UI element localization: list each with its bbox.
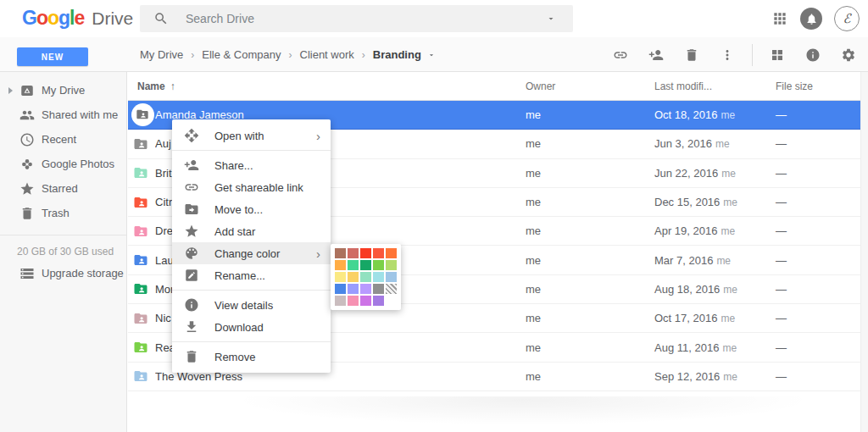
more-actions-button[interactable] — [720, 47, 735, 63]
color-swatch[interactable] — [360, 272, 371, 282]
color-swatch-none[interactable] — [386, 284, 397, 294]
color-swatch[interactable] — [335, 296, 346, 306]
color-swatch[interactable] — [348, 284, 359, 294]
color-swatch[interactable] — [373, 248, 384, 258]
color-swatch[interactable] — [335, 260, 346, 270]
file-owner: me — [526, 167, 654, 180]
view-details-button[interactable] — [805, 47, 821, 63]
google-drive-logo[interactable]: Google Drive — [22, 7, 133, 30]
breadcrumb-item-elle-company[interactable]: Elle & Company — [202, 48, 281, 61]
menu-item-rename[interactable]: Rename... — [172, 264, 331, 286]
notifications-button[interactable] — [800, 8, 822, 30]
scrollbar[interactable] — [860, 72, 868, 432]
breadcrumb-item-my-drive[interactable]: My Drive — [140, 48, 183, 61]
file-modified-by: me — [716, 255, 731, 267]
file-icon-cell — [133, 165, 155, 180]
sidebar-item-starred[interactable]: Starred — [0, 176, 126, 201]
color-swatch[interactable] — [373, 260, 384, 270]
grid-view-button[interactable] — [770, 47, 785, 63]
file-modified-by: me — [721, 225, 735, 237]
star-icon — [184, 224, 199, 239]
expand-arrow-icon[interactable] — [8, 87, 13, 94]
color-swatch[interactable] — [386, 272, 397, 282]
color-swatch[interactable] — [335, 248, 346, 258]
folder-move-icon — [184, 202, 199, 217]
file-owner: me — [526, 283, 654, 296]
sidebar-item-shared-with-me[interactable]: Shared with me — [0, 102, 126, 127]
column-header-name[interactable]: Name ↑ — [137, 80, 526, 92]
search-icon — [153, 11, 169, 26]
apps-grid-button[interactable] — [771, 10, 788, 27]
folder-shared-icon — [133, 252, 148, 268]
file-modified-by: me — [715, 138, 730, 150]
sidebar-item-upgrade-storage[interactable]: Upgrade storage — [0, 261, 126, 285]
file-icon-cell — [133, 311, 155, 326]
breadcrumb-label: Client work — [300, 48, 354, 61]
menu-item-download[interactable]: Download — [172, 316, 331, 338]
sort-ascending-icon: ↑ — [170, 80, 175, 92]
folder-shared-icon — [133, 340, 148, 355]
file-icon-cell — [133, 136, 155, 152]
sidebar-item-recent[interactable]: Recent — [0, 127, 126, 152]
new-button[interactable]: NEW — [17, 47, 88, 66]
sidebar-item-trash[interactable]: Trash — [0, 201, 126, 225]
color-swatch[interactable] — [373, 296, 384, 306]
color-swatch[interactable] — [348, 272, 359, 282]
breadcrumb-item-branding[interactable]: Branding — [373, 48, 436, 61]
search-input[interactable]: Search Drive — [186, 12, 546, 25]
color-swatch[interactable] — [373, 284, 384, 294]
breadcrumb-item-client-work[interactable]: Client work — [300, 48, 354, 61]
search-bar[interactable]: Search Drive — [140, 5, 573, 32]
menu-item-label: Download — [214, 321, 320, 334]
color-swatch[interactable] — [335, 272, 346, 282]
breadcrumb: My Drive›Elle & Company›Client work›Bran… — [140, 37, 436, 72]
submenu-chevron-icon: › — [316, 130, 320, 142]
remove-button[interactable] — [684, 47, 699, 63]
logo-letter: G — [22, 7, 36, 29]
search-options-caret-icon[interactable] — [546, 14, 556, 24]
color-swatch[interactable] — [360, 284, 371, 294]
color-swatch[interactable] — [335, 284, 346, 294]
menu-item-label: Add star — [214, 225, 320, 238]
menu-item-move-to[interactable]: Move to... — [172, 198, 331, 220]
palette-row — [335, 260, 397, 270]
file-modified-by: me — [723, 371, 737, 383]
menu-item-label: Share... — [214, 159, 320, 172]
file-icon-cell — [133, 368, 155, 384]
file-owner: me — [526, 137, 654, 150]
sidebar: My DriveShared with meRecentGoogle Photo… — [0, 72, 127, 432]
color-swatch[interactable] — [348, 260, 359, 270]
logo-letter: e — [74, 7, 84, 29]
share-button[interactable] — [648, 47, 664, 63]
info-icon — [805, 47, 821, 63]
color-swatch[interactable] — [360, 260, 371, 270]
settings-button[interactable] — [841, 47, 856, 63]
menu-item-label: Open with — [214, 130, 309, 142]
menu-item-share[interactable]: Share... — [172, 154, 331, 176]
menu-item-view-details[interactable]: View details — [172, 294, 331, 316]
palette-row — [335, 248, 397, 258]
color-swatch[interactable] — [360, 248, 371, 258]
menu-item-open-with[interactable]: Open with› — [172, 125, 331, 147]
google-logo: Google — [22, 7, 84, 30]
breadcrumb-label: Elle & Company — [202, 48, 281, 61]
color-swatch[interactable] — [360, 296, 371, 306]
color-swatch[interactable] — [386, 260, 397, 270]
submenu-chevron-icon: › — [316, 247, 320, 260]
menu-item-change-color[interactable]: Change color› — [172, 242, 331, 264]
color-swatch[interactable] — [348, 248, 359, 258]
get-link-button[interactable] — [613, 47, 628, 63]
color-swatch[interactable] — [373, 272, 384, 282]
file-last-modified: Dec 15, 2016me — [654, 196, 776, 208]
google-drive-app: Google Drive Search Drive ℰ NEW My Drive… — [0, 0, 868, 432]
menu-item-add-star[interactable]: Add star — [172, 220, 331, 242]
color-swatch[interactable] — [386, 248, 397, 258]
file-last-modified: Mar 7, 2016me — [654, 254, 776, 267]
file-icon-cell — [133, 103, 155, 126]
menu-item-remove[interactable]: Remove — [172, 346, 331, 368]
sidebar-item-my-drive[interactable]: My Drive — [0, 78, 126, 102]
sidebar-item-google-photos[interactable]: Google Photos — [0, 152, 126, 176]
color-swatch[interactable] — [348, 296, 359, 306]
menu-item-get-shareable-link[interactable]: Get shareable link — [172, 176, 331, 198]
avatar[interactable]: ℰ — [834, 6, 860, 31]
